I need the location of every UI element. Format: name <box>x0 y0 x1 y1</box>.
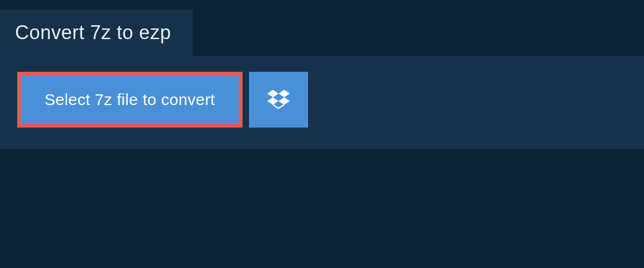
select-file-label: Select 7z file to convert <box>45 91 215 109</box>
button-row: Select 7z file to convert <box>17 72 627 128</box>
page-title: Convert 7z to ezp <box>15 21 171 44</box>
content-panel: Select 7z file to convert <box>0 56 644 149</box>
dropbox-button[interactable] <box>249 72 308 128</box>
select-file-button[interactable]: Select 7z file to convert <box>17 72 243 128</box>
header-tab: Convert 7z to ezp <box>0 10 193 56</box>
dropbox-icon <box>267 88 290 112</box>
